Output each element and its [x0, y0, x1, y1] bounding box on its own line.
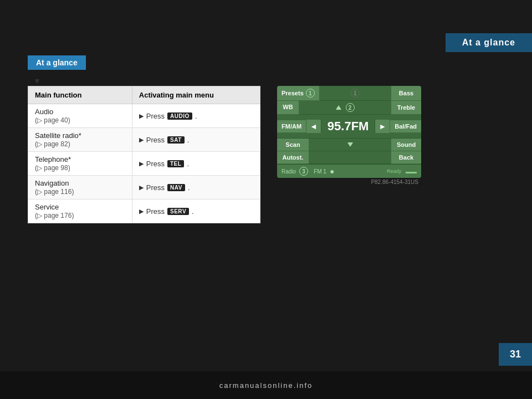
fm-label: FM 1 [314, 168, 326, 175]
triangle-up-icon [336, 105, 341, 110]
back-button[interactable]: Back [391, 151, 421, 164]
press-text: Press [146, 183, 165, 192]
sound-button[interactable]: Sound [391, 139, 421, 151]
period: . [187, 160, 189, 168]
page-number: 31 [499, 343, 532, 366]
balfad-button[interactable]: Bal/Fad [390, 120, 421, 133]
fn-name: Navigation [35, 179, 69, 187]
press-arrow-icon: ▶ [139, 136, 144, 144]
radio-freq-row: FM/AM ◄ 95.7FM ► Bal/Fad [277, 115, 421, 139]
autost-button[interactable]: Autost. [277, 151, 309, 164]
frequency-display: 95.7FM [321, 115, 375, 138]
radio-label: Radio [282, 168, 296, 175]
signal-icon: ▬▬ [406, 168, 417, 175]
table-row: Service(▷ page 176)▶ Press SERV. [28, 200, 260, 223]
presets-button[interactable]: Presets 1 [277, 86, 320, 101]
dot-icon: ● [330, 167, 334, 176]
triangle-down-icon [347, 142, 353, 147]
button-badge: SERV [167, 208, 189, 215]
period: . [192, 207, 194, 216]
fn-name-cell: Satellite radio*(▷ page 82) [28, 128, 132, 152]
circle-2: 2 [346, 103, 355, 112]
table-row: Telephone*(▷ page 98)▶ Press TEL. [28, 152, 260, 176]
function-table-section: Main function Activating main menu Audio… [28, 86, 260, 223]
section-title-box: At a glance [28, 55, 86, 70]
press-arrow-icon: ▶ [139, 112, 144, 120]
button-badge: NAV [167, 184, 185, 191]
fn-name: Audio [35, 108, 53, 116]
col1-header: Main function [28, 86, 132, 104]
radio-center-autost [309, 151, 391, 164]
press-arrow-icon: ▶ [139, 184, 144, 191]
p82-reference: P82.86-4154-31US [277, 178, 421, 186]
wb-button[interactable]: WB [277, 101, 299, 115]
button-badge: TEL [167, 160, 184, 167]
freq-left-button[interactable]: ◄ [306, 120, 321, 133]
radio-row-2: WB 2 Treble [277, 101, 421, 115]
fn-press-cell: ▶ Press AUDIO. [132, 104, 260, 128]
circle-3: 3 [299, 167, 308, 176]
footer-logo: carmanualsonline.info [219, 381, 313, 390]
radio-center-mid: 2 [299, 101, 391, 115]
fn-page: (▷ page 116) [35, 188, 74, 196]
fmam-button[interactable]: FM/AM [277, 120, 306, 133]
circle-1: 1 [306, 89, 315, 98]
fn-name-cell: Service(▷ page 176) [28, 200, 132, 223]
fn-name-cell: Audio(▷ page 40) [28, 104, 132, 128]
fn-press-cell: ▶ Press SAT. [132, 128, 260, 152]
fn-press-cell: ▶ Press SERV. [132, 200, 260, 223]
table-row: Navigation(▷ page 116)▶ Press NAV. [28, 176, 260, 200]
fn-press-cell: ▶ Press TEL. [132, 152, 260, 176]
radio-display: Presets 1 1 Bass WB 2 [277, 86, 421, 178]
arrow-indicator: ▼ [33, 76, 41, 85]
press-arrow-icon: ▶ [139, 160, 144, 167]
press-text: Press [146, 112, 165, 120]
radio-display-section: Presets 1 1 Bass WB 2 [277, 86, 421, 223]
radio-center-top: 1 [320, 86, 391, 101]
press-text: Press [146, 136, 165, 144]
press-arrow-icon: ▶ [139, 208, 144, 215]
scan-button[interactable]: Scan [277, 139, 309, 151]
fn-page: (▷ page 82) [35, 140, 70, 148]
period: . [187, 136, 190, 144]
button-badge: SAT [167, 136, 185, 144]
radio-row-1: Presets 1 1 Bass [277, 86, 421, 101]
bass-button[interactable]: Bass [391, 86, 421, 101]
col2-header: Activating main menu [132, 86, 260, 104]
radio-row-5: Autost. Back [277, 151, 421, 164]
ready-label: Ready [387, 168, 401, 174]
radio-status-row: Radio 3 FM 1 ● Ready ▬▬ [277, 164, 421, 178]
fn-name: Satellite radio* [35, 131, 81, 140]
fn-name: Service [35, 203, 59, 211]
footer-bar: carmanualsonline.info [0, 371, 532, 399]
period: . [188, 183, 190, 192]
radio-row-4: Scan Sound [277, 139, 421, 151]
fn-page: (▷ page 98) [35, 164, 70, 172]
press-text: Press [146, 160, 165, 168]
table-row: Audio(▷ page 40)▶ Press AUDIO. [28, 104, 260, 128]
table-row: Satellite radio*(▷ page 82)▶ Press SAT. [28, 128, 260, 152]
fn-name: Telephone* [35, 155, 71, 163]
fn-name-cell: Navigation(▷ page 116) [28, 176, 132, 200]
freq-right-button[interactable]: ► [375, 120, 390, 133]
circle-1-right: 1 [351, 89, 360, 98]
function-table: Main function Activating main menu Audio… [28, 86, 260, 223]
period: . [195, 112, 197, 120]
fn-press-cell: ▶ Press NAV. [132, 176, 260, 200]
main-content: Main function Activating main menu Audio… [28, 86, 504, 223]
fn-name-cell: Telephone*(▷ page 98) [28, 152, 132, 176]
button-badge: AUDIO [167, 112, 192, 120]
press-text: Press [146, 207, 165, 216]
radio-center-scan [309, 139, 391, 151]
fn-page: (▷ page 40) [35, 116, 70, 124]
treble-button[interactable]: Treble [391, 101, 421, 115]
header-title: At a glance [446, 33, 532, 52]
radio-status-area: Radio 3 FM 1 ● Ready ▬▬ [277, 165, 421, 178]
fn-page: (▷ page 176) [35, 212, 74, 219]
